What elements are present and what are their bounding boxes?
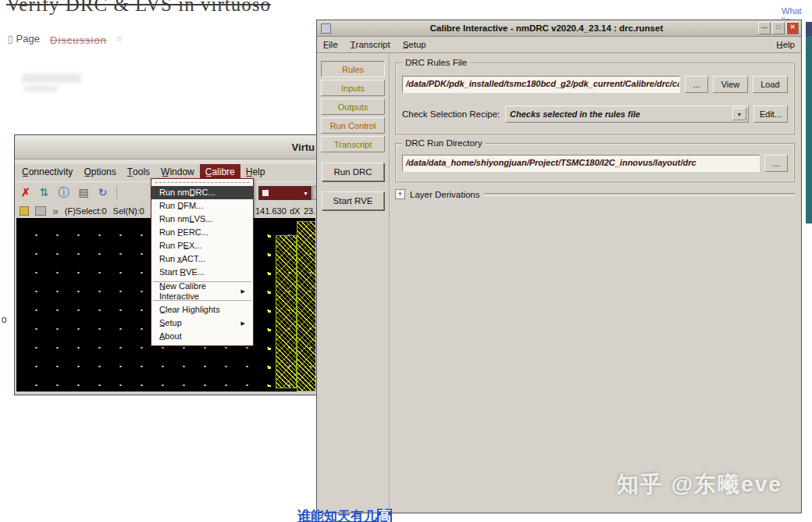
overflow-chevrons-icon[interactable]: » (52, 206, 59, 216)
page-title: Verify DRC & LVS in virtuoso (6, 0, 271, 16)
menu-item-run-perc[interactable]: Run P̲ERC... (151, 226, 253, 239)
virtuoso-titlebar[interactable]: Virtu (15, 135, 317, 159)
sidebar-item-rules[interactable]: Rules (321, 61, 385, 77)
menu-item-run-pex[interactable]: Run PE̲X... (151, 239, 253, 252)
chevron-down-icon: ▼ (732, 108, 746, 120)
menu-item-run-dfm[interactable]: Run D̲FM... (151, 199, 253, 213)
calibre-body: Rules Inputs Outputs Run Control Transcr… (317, 53, 801, 513)
layout-via-column (268, 235, 271, 387)
menu-item-run-nmdrc[interactable]: Run nmD̲RC... (151, 186, 253, 199)
rules-file-input[interactable]: /data/PDK/pdk_installed/tsmc180bcd_g2/pd… (402, 76, 680, 93)
rules-file-row: /data/PDK/pdk_installed/tsmc180bcd_g2/pd… (402, 76, 788, 93)
minimize-button[interactable]: — (758, 22, 771, 34)
list-icon[interactable]: ▤ (78, 187, 88, 198)
recipe-value: Checks selected in the rules file (506, 109, 732, 119)
window-icon (321, 23, 331, 34)
calibre-menu-popup: Run nmD̲RC... Run D̲FM... Run nmL̲VS... … (151, 178, 254, 346)
swap-arrows-icon[interactable]: ⇅ (40, 187, 49, 198)
page-scroll-stripe (806, 22, 812, 223)
sidebar-item-transcript[interactable]: Transcript (321, 136, 385, 152)
run-directory-row: /data/data_home/shiyongjuan/Project/TSMC… (402, 155, 788, 172)
status-fselect: (F)Select:0 (65, 206, 107, 216)
menu-connectivity[interactable]: C̲onnectivity (16, 164, 78, 181)
calibre-window-title: Calibre Interactive - nmDRC v2020.4_23.1… (335, 23, 758, 33)
calibre-main-panel: DRC Rules File /data/PDK/pdk_installed/t… (390, 53, 800, 513)
menu-tearoff-handle[interactable] (155, 182, 249, 184)
sidebar-item-inputs[interactable]: Inputs (321, 80, 385, 96)
sidebar-item-outputs[interactable]: Outputs (321, 98, 385, 115)
virtuoso-title: Virtu (292, 141, 315, 153)
close-button[interactable]: ✕ (786, 22, 799, 34)
sidebar-item-run-control[interactable]: Run Control (321, 117, 385, 134)
tab-page[interactable]: ▯ Page (8, 33, 40, 45)
view-button[interactable]: View (713, 76, 748, 93)
drc-run-directory-group: DRC Run Directory /data/data_home/shiyon… (395, 143, 795, 182)
run-directory-input[interactable]: /data/data_home/shiyongjuan/Project/TSMC… (402, 155, 760, 172)
layout-shape (276, 235, 297, 388)
calibre-menubar: F̲ile T̲ranscript S̲etup H̲elp (317, 37, 801, 53)
delete-icon[interactable]: ✗ (21, 187, 30, 198)
info-icon[interactable]: ⓘ (58, 187, 69, 198)
faint-text-smudge (22, 73, 81, 83)
status-seln: Sel(N):0 (113, 206, 144, 216)
menu-item-setup[interactable]: S̲etup ▶ (151, 316, 253, 330)
load-button[interactable]: Load (753, 76, 788, 93)
calibre-sidebar: Rules Inputs Outputs Run Control Transcr… (317, 53, 389, 513)
bottom-link-text[interactable]: 谁能知天有几高 (297, 507, 392, 522)
stray-text: o (2, 314, 7, 325)
menu-item-start-rve[interactable]: Start R̲VE... (151, 266, 253, 279)
drc-run-directory-label: DRC Run Directory (402, 138, 485, 148)
calibre-titlebar[interactable]: Calibre Interactive - nmDRC v2020.4_23.1… (317, 20, 801, 37)
screen: Verify DRC & LVS in virtuoso ▯ Page Disc… (0, 0, 812, 522)
menu-transcript[interactable]: T̲ranscript (351, 40, 390, 49)
menu-item-clear-highlights[interactable]: C̲lear Highlights (151, 303, 253, 316)
menu-item-new-calibre-interactive[interactable]: N̲ew Calibre Interactive ▶ (151, 284, 253, 298)
layout-shape (297, 221, 315, 392)
layer-selector[interactable]: ▼ (258, 186, 312, 200)
faint-text-smudge (23, 86, 58, 91)
zhihu-watermark: 知乎 @东曦eve (617, 470, 782, 499)
tab-page-label: Page (16, 33, 40, 45)
toolbar-separator (116, 186, 117, 198)
layer-derivations-rule (484, 193, 795, 196)
menu-item-about[interactable]: A̲bout (151, 330, 253, 343)
bottom-link-highlight: 高 (377, 509, 392, 522)
stamp-icon[interactable] (35, 206, 46, 216)
layer-derivations-row: + Layer Derivations (395, 189, 795, 199)
edit-button[interactable]: Edit... (753, 105, 788, 123)
grid-icon[interactable] (20, 206, 29, 216)
refresh-icon[interactable]: ↻ (98, 187, 108, 198)
status-coordinate: 141.630 (255, 206, 287, 216)
window-controls: — □ ✕ (758, 22, 799, 34)
layer-derivations-label: Layer Derivations (410, 190, 479, 199)
recipe-label: Check Selection Recipe: (402, 109, 500, 119)
rules-file-browse-button[interactable]: ... (685, 76, 708, 93)
recipe-dropdown[interactable]: Checks selected in the rules file ▼ (505, 105, 749, 123)
recipe-row: Check Selection Recipe: Checks selected … (402, 105, 788, 123)
menu-item-run-xact[interactable]: Run x̲ACT... (151, 252, 253, 266)
start-rve-button[interactable]: Start RVE (322, 191, 384, 210)
menu-item-run-nmlvs[interactable]: Run nmL̲VS... (151, 213, 253, 226)
status-dx-label: dX (290, 206, 300, 216)
calibre-interactive-window: Calibre Interactive - nmDRC v2020.4_23.1… (316, 20, 802, 513)
bottom-link-normal: 谁能知天有几 (297, 509, 377, 522)
status-dx-value: 23.7 (304, 206, 317, 216)
chevron-down-icon: ▼ (303, 191, 308, 196)
run-directory-browse-button[interactable]: ... (764, 155, 788, 172)
menu-setup[interactable]: S̲etup (403, 40, 426, 49)
run-drc-button[interactable]: Run DRC (322, 163, 384, 181)
layer-swatch (262, 190, 269, 196)
expand-plus-icon[interactable]: + (395, 189, 405, 199)
page-icon: ▯ (8, 34, 13, 45)
tab-discussion[interactable]: Discussion (50, 34, 107, 46)
drc-rules-file-label: DRC Rules File (402, 58, 470, 67)
menu-help[interactable]: H̲elp (776, 40, 795, 49)
watch-star-icon[interactable]: ☆ (116, 34, 123, 43)
menu-options[interactable]: O̲ptions (78, 164, 121, 181)
submenu-arrow-icon: ▶ (241, 286, 245, 296)
submenu-arrow-icon: ▶ (241, 318, 245, 328)
drc-rules-file-group: DRC Rules File /data/PDK/pdk_installed/t… (395, 63, 795, 134)
maximize-button[interactable]: □ (772, 22, 785, 34)
menu-file[interactable]: F̲ile (323, 40, 338, 49)
